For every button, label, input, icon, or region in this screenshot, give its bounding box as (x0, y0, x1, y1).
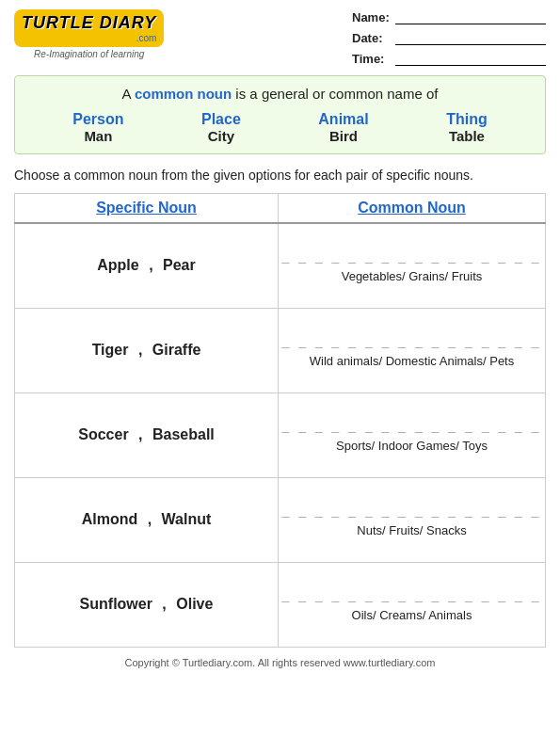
common-cell: _ _ _ _ _ _ _ _ _ _ _ _ _ _ _ _Wild anim… (279, 308, 546, 393)
options-text: Sports/ Indoor Games/ Toys (279, 439, 545, 453)
comma: , (143, 511, 155, 527)
intro-suffix: is a general or common name of (232, 86, 438, 102)
date-underline (395, 30, 546, 45)
noun1: Soccer (78, 426, 128, 442)
exercise-table: Specific Noun Common Noun Apple , Pear_ … (14, 193, 546, 648)
category-animal: Animal Bird (318, 111, 368, 144)
intro-text: A common noun is a general or common nam… (34, 86, 526, 102)
options-text: Wild animals/ Domestic Animals/ Pets (279, 354, 545, 368)
time-label: Time: (352, 52, 390, 66)
name-label: Name: (352, 10, 390, 24)
logo-subtitle: Re-Imagination of learning (34, 49, 144, 59)
answer-dashes: _ _ _ _ _ _ _ _ _ _ _ _ _ _ _ _ (279, 587, 545, 602)
answer-dashes: _ _ _ _ _ _ _ _ _ _ _ _ _ _ _ _ (279, 418, 545, 433)
table-row: Apple , Pear_ _ _ _ _ _ _ _ _ _ _ _ _ _ … (15, 223, 546, 308)
noun1: Apple (97, 257, 138, 273)
cat-title-animal: Animal (318, 111, 368, 128)
noun2: Walnut (162, 511, 212, 527)
header: TURTLE DIARY .com Re-Imagination of lear… (14, 9, 546, 66)
cat-title-place: Place (201, 111, 241, 128)
comma: , (158, 596, 170, 612)
comma: , (134, 342, 146, 358)
answer-dashes: _ _ _ _ _ _ _ _ _ _ _ _ _ _ _ _ (279, 503, 545, 518)
intro-box: A common noun is a general or common nam… (14, 75, 546, 154)
intro-prefix: A (122, 86, 135, 102)
common-cell: _ _ _ _ _ _ _ _ _ _ _ _ _ _ _ _Nuts/ Fru… (279, 477, 546, 562)
common-cell: _ _ _ _ _ _ _ _ _ _ _ _ _ _ _ _Oils/ Cre… (279, 562, 546, 647)
cat-example-place: City (208, 128, 234, 144)
category-thing: Thing Table (446, 111, 488, 144)
table-row: Soccer , Baseball_ _ _ _ _ _ _ _ _ _ _ _… (15, 393, 546, 477)
noun2: Giraffe (152, 342, 201, 358)
specific-cell: Almond , Walnut (15, 477, 279, 562)
date-label: Date: (352, 31, 390, 45)
page: TURTLE DIARY .com Re-Imagination of lear… (0, 0, 560, 682)
cat-title-person: Person (72, 111, 123, 128)
comma: , (135, 426, 147, 442)
header-common-noun: Common Noun (279, 194, 546, 224)
header-specific-noun: Specific Noun (15, 194, 279, 224)
logo-area: TURTLE DIARY .com Re-Imagination of lear… (14, 9, 164, 59)
name-underline (395, 9, 546, 24)
options-text: Vegetables/ Grains/ Fruits (279, 269, 545, 283)
noun2: Pear (163, 257, 196, 273)
common-cell: _ _ _ _ _ _ _ _ _ _ _ _ _ _ _ _Sports/ I… (279, 393, 546, 477)
form-fields: Name: Date: Time: (352, 9, 546, 66)
table-row: Almond , Walnut_ _ _ _ _ _ _ _ _ _ _ _ _… (15, 477, 546, 562)
name-field-row: Name: (352, 9, 546, 24)
answer-dashes: _ _ _ _ _ _ _ _ _ _ _ _ _ _ _ _ (279, 333, 545, 348)
noun1: Tiger (92, 342, 129, 358)
options-text: Nuts/ Fruits/ Snacks (279, 523, 545, 537)
instruction: Choose a common noun from the given opti… (14, 166, 546, 185)
intro-highlight: common noun (135, 86, 232, 102)
date-field-row: Date: (352, 30, 546, 45)
noun1: Almond (82, 511, 138, 527)
cat-title-thing: Thing (446, 111, 488, 128)
specific-cell: Tiger , Giraffe (15, 308, 279, 393)
category-place: Place City (201, 111, 241, 144)
logo-box: TURTLE DIARY .com (14, 9, 164, 47)
specific-cell: Apple , Pear (15, 223, 279, 308)
noun2: Baseball (152, 426, 215, 442)
table-header-row: Specific Noun Common Noun (15, 194, 546, 224)
time-field-row: Time: (352, 51, 546, 66)
common-cell: _ _ _ _ _ _ _ _ _ _ _ _ _ _ _ _Vegetable… (279, 223, 546, 308)
table-row: Tiger , Giraffe_ _ _ _ _ _ _ _ _ _ _ _ _… (15, 308, 546, 393)
specific-cell: Soccer , Baseball (15, 393, 279, 477)
cat-example-animal: Bird (329, 128, 358, 144)
comma: , (145, 257, 157, 273)
categories: Person Man Place City Animal Bird Thing … (34, 111, 526, 144)
logo-text: TURTLE DIARY (22, 13, 156, 33)
time-underline (395, 51, 546, 66)
cat-example-person: Man (84, 128, 112, 144)
cat-example-thing: Table (449, 128, 485, 144)
options-text: Oils/ Creams/ Animals (279, 608, 545, 622)
specific-cell: Sunflower , Olive (15, 562, 279, 647)
table-row: Sunflower , Olive_ _ _ _ _ _ _ _ _ _ _ _… (15, 562, 546, 647)
logo-com: .com (22, 33, 156, 43)
category-person: Person Man (72, 111, 123, 144)
noun1: Sunflower (80, 596, 152, 612)
answer-dashes: _ _ _ _ _ _ _ _ _ _ _ _ _ _ _ _ (279, 248, 545, 264)
footer: Copyright © Turtlediary.com. All rights … (14, 657, 546, 673)
noun2: Olive (176, 596, 213, 612)
